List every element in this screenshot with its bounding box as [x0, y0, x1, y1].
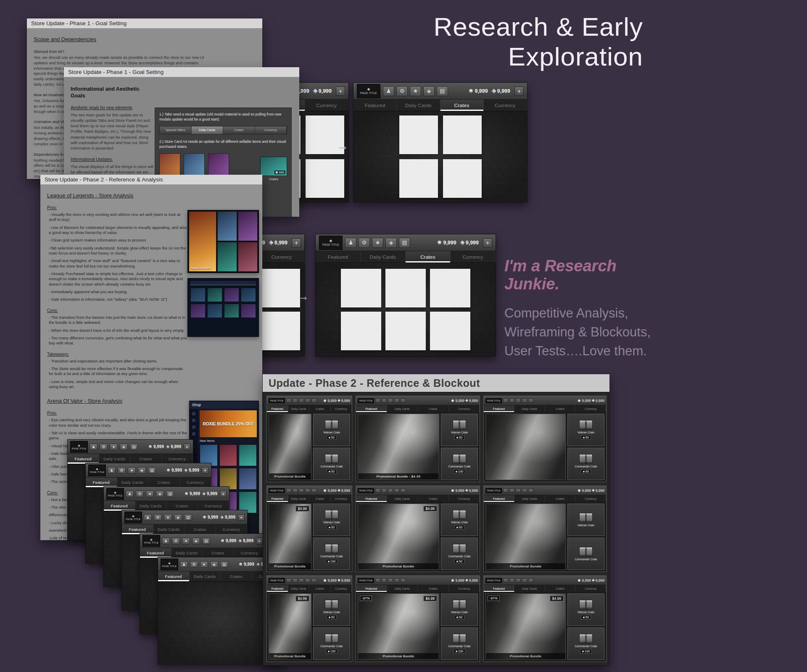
badge-icon[interactable]: ★: [182, 538, 190, 544]
tab-featured[interactable]: Featured: [316, 251, 361, 262]
tab-featured[interactable]: Featured: [86, 478, 117, 487]
cart-icon[interactable]: ▤: [130, 444, 138, 450]
placeholder-card[interactable]: [430, 269, 470, 307]
tab-daily-cards[interactable]: Daily Cards: [117, 478, 149, 487]
gear-icon: [293, 488, 298, 493]
tab-featured[interactable]: Featured: [104, 501, 135, 511]
tab-featured[interactable]: Featured: [68, 454, 99, 464]
coin-icon: [167, 469, 170, 472]
placeholder-card[interactable]: [385, 269, 426, 307]
tab-crates[interactable]: Crates: [203, 548, 234, 558]
cart-icon[interactable]: ▤: [202, 538, 210, 544]
placeholder-card[interactable]: [341, 269, 381, 307]
tab-currency[interactable]: Currency: [484, 100, 527, 111]
badge-icon[interactable]: ★: [200, 561, 208, 568]
profile-icon[interactable]: ♟: [144, 514, 152, 521]
add-currency-button[interactable]: +: [514, 87, 524, 96]
cart-icon[interactable]: ▤: [399, 238, 410, 248]
placeholder-card[interactable]: [341, 312, 381, 350]
tab-currency[interactable]: Currency: [451, 251, 496, 262]
tab-currency[interactable]: Currency: [180, 478, 211, 487]
tab-daily-cards[interactable]: Daily Cards: [361, 251, 406, 262]
placeholder-card[interactable]: [399, 116, 438, 154]
profile-icon[interactable]: ♟: [90, 444, 98, 450]
tab-currency[interactable]: Currency: [216, 525, 248, 534]
add-currency-button[interactable]: +: [336, 87, 345, 96]
tab-crates[interactable]: Crates: [406, 251, 451, 262]
cart-icon[interactable]: ▤: [437, 86, 448, 96]
profile-icon[interactable]: ♟: [126, 491, 134, 497]
tab-featured[interactable]: Featured: [122, 525, 153, 534]
badge-icon[interactable]: ★: [164, 514, 172, 521]
badge-icon[interactable]: ★: [110, 444, 118, 450]
gear-icon[interactable]: ⚙: [136, 491, 144, 497]
tab-currency[interactable]: Currency: [305, 100, 348, 111]
tab-featured[interactable]: Featured: [353, 100, 397, 111]
tab-crates[interactable]: Crates: [440, 100, 484, 111]
tab-crates[interactable]: Crates: [185, 525, 216, 534]
gear-icon[interactable]: ⚙: [190, 561, 198, 568]
add-currency-button[interactable]: +: [202, 467, 208, 474]
profile-icon[interactable]: ♟: [180, 561, 188, 568]
profile-icon[interactable]: ♟: [162, 538, 170, 544]
tab-daily-cards[interactable]: Daily Cards: [171, 548, 203, 558]
cart-icon[interactable]: ▤: [184, 514, 192, 521]
placeholder-card[interactable]: [260, 312, 300, 350]
gear-icon[interactable]: ⚙: [359, 238, 370, 248]
tab-daily-cards[interactable]: Daily Cards: [99, 454, 131, 464]
tab-currency[interactable]: Currency: [162, 454, 193, 464]
profile-icon[interactable]: ♟: [383, 86, 394, 96]
add-currency-button[interactable]: +: [292, 238, 301, 247]
emblem-icon[interactable]: ◈: [385, 238, 397, 248]
gear-icon[interactable]: ⚙: [100, 444, 108, 450]
emblem-icon[interactable]: ◈: [156, 491, 164, 497]
badge-icon[interactable]: ★: [128, 467, 136, 474]
add-currency-button[interactable]: +: [184, 444, 190, 450]
emblem-icon[interactable]: ◈: [210, 561, 218, 568]
gear-icon[interactable]: ⚙: [154, 514, 162, 521]
tab-daily-cards[interactable]: Daily Cards: [397, 100, 440, 111]
gear-icon[interactable]: ⚙: [172, 538, 180, 544]
tab-crates[interactable]: Crates: [130, 454, 162, 464]
emblem-icon[interactable]: ◈: [138, 467, 146, 474]
placeholder-card[interactable]: [443, 159, 482, 198]
add-currency-button[interactable]: +: [220, 491, 227, 497]
emblem-icon[interactable]: ◈: [120, 444, 128, 450]
tab-featured[interactable]: Featured: [158, 572, 190, 581]
emblem-icon[interactable]: ◈: [174, 514, 182, 521]
cart-icon[interactable]: ▤: [166, 491, 174, 497]
tab-currency[interactable]: Currency: [234, 548, 266, 558]
add-currency-button[interactable]: +: [483, 238, 492, 247]
tab-crates: Crates: [545, 585, 576, 592]
tab-daily-cards[interactable]: Daily Cards: [153, 525, 185, 534]
tab-crates[interactable]: Crates: [148, 478, 180, 487]
tab-crates[interactable]: Crates: [221, 572, 252, 581]
placeholder-card[interactable]: [260, 269, 300, 307]
profile-icon[interactable]: ♟: [345, 238, 356, 248]
tab-featured[interactable]: Featured: [140, 548, 171, 558]
emblem-icon[interactable]: ◈: [423, 86, 435, 96]
emblem-icon[interactable]: ◈: [192, 538, 200, 544]
tab-currency[interactable]: Currency: [259, 251, 304, 262]
store-body: [316, 263, 496, 356]
placeholder-card[interactable]: [399, 159, 438, 198]
cart-icon[interactable]: ▤: [220, 561, 228, 568]
add-currency-button[interactable]: +: [256, 538, 263, 544]
badge-icon[interactable]: ★: [410, 86, 421, 96]
placeholder-card[interactable]: [306, 159, 344, 198]
gear-icon[interactable]: ⚙: [118, 467, 126, 474]
cart-icon[interactable]: ▤: [148, 467, 156, 474]
placeholder-card[interactable]: [430, 312, 470, 350]
placeholder-card[interactable]: [385, 312, 426, 350]
profile-icon[interactable]: ♟: [108, 467, 116, 474]
tab-currency[interactable]: Currency: [198, 501, 229, 511]
badge-icon[interactable]: ★: [372, 238, 383, 248]
add-currency-button[interactable]: +: [238, 514, 245, 521]
tab-daily-cards[interactable]: Daily Cards: [190, 572, 221, 581]
placeholder-card[interactable]: [443, 116, 482, 154]
cart-icon: [401, 399, 406, 403]
badge-icon[interactable]: ★: [146, 491, 154, 497]
tab-crates[interactable]: Crates: [166, 501, 198, 511]
gear-icon[interactable]: ⚙: [396, 86, 408, 96]
tab-daily-cards[interactable]: Daily Cards: [135, 501, 167, 511]
